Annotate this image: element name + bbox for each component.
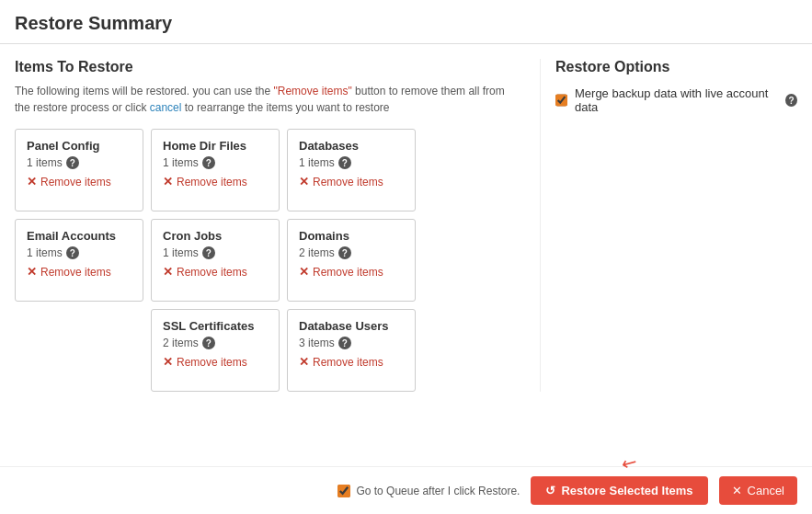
item-help-icon-cron-jobs[interactable]: ?: [202, 246, 215, 259]
remove-label-ssl-certificates: Remove items: [177, 356, 247, 369]
queue-label: Go to Queue after I click Restore.: [356, 485, 520, 497]
cancel-icon: ✕: [732, 484, 742, 497]
queue-checkbox[interactable]: [337, 485, 350, 497]
x-icon-databases: ✕: [299, 175, 309, 188]
item-count-home-dir-files: 1 items ?: [163, 156, 268, 169]
remove-label-home-dir-files: Remove items: [177, 176, 247, 188]
x-icon-email-accounts: ✕: [27, 265, 37, 279]
item-title-domains: Domains: [299, 229, 404, 243]
item-title-cron-jobs: Cron Jobs: [163, 229, 268, 243]
remove-label-cron-jobs: Remove items: [177, 266, 247, 279]
x-icon-cron-jobs: ✕: [163, 265, 173, 279]
merge-help-icon[interactable]: ?: [785, 94, 797, 107]
merge-checkbox[interactable]: [555, 94, 567, 107]
x-icon-ssl-certificates: ✕: [163, 355, 173, 369]
restore-options-section: Restore Options Merge backup data with l…: [540, 59, 797, 392]
item-count-domains: 2 items ?: [299, 246, 404, 259]
remove-btn-domains[interactable]: ✕ Remove items: [299, 265, 383, 279]
item-help-icon-panel-config[interactable]: ?: [66, 156, 79, 169]
remove-label-databases: Remove items: [313, 176, 383, 188]
item-card-databases: Databases 1 items ? ✕ Remove items: [287, 129, 416, 211]
item-card-home-dir-files: Home Dir Files 1 items ? ✕ Remove items: [151, 129, 280, 211]
page-title: Restore Summary: [0, 0, 812, 44]
remove-btn-home-dir-files[interactable]: ✕ Remove items: [163, 175, 247, 188]
restore-button-label: Restore Selected Items: [561, 484, 692, 497]
item-count-cron-jobs: 1 items ?: [163, 246, 268, 259]
item-help-icon-database-users[interactable]: ?: [338, 337, 351, 349]
item-count-database-users: 3 items ?: [299, 337, 404, 349]
merge-option-row: Merge backup data with live account data…: [555, 86, 797, 114]
cancel-link-desc[interactable]: cancel: [150, 101, 182, 114]
remove-label-database-users: Remove items: [313, 356, 383, 369]
x-icon-domains: ✕: [299, 265, 309, 279]
item-title-email-accounts: Email Accounts: [27, 229, 132, 243]
item-help-icon-domains[interactable]: ?: [338, 246, 351, 259]
item-title-panel-config: Panel Config: [27, 139, 132, 153]
item-title-home-dir-files: Home Dir Files: [163, 139, 268, 153]
cancel-button-label: Cancel: [748, 484, 784, 497]
remove-btn-email-accounts[interactable]: ✕ Remove items: [27, 265, 111, 279]
x-icon-home-dir-files: ✕: [163, 175, 173, 188]
remove-btn-ssl-certificates[interactable]: ✕ Remove items: [163, 355, 247, 369]
cancel-button[interactable]: ✕ Cancel: [719, 476, 797, 505]
item-help-icon-home-dir-files[interactable]: ?: [202, 156, 215, 169]
item-title-ssl-certificates: SSL Certificates: [163, 319, 268, 333]
item-help-icon-email-accounts[interactable]: ?: [66, 246, 79, 259]
remove-label-email-accounts: Remove items: [40, 266, 111, 279]
item-title-database-users: Database Users: [299, 319, 404, 333]
restore-icon: ↺: [545, 484, 555, 497]
item-card-domains: Domains 2 items ? ✕ Remove items: [287, 219, 416, 302]
remove-link-desc: "Remove items": [273, 85, 351, 97]
items-section: Items To Restore The following items wil…: [15, 59, 518, 392]
item-help-icon-databases[interactable]: ?: [338, 156, 351, 169]
item-count-databases: 1 items ?: [299, 156, 404, 169]
item-count-panel-config: 1 items ?: [27, 156, 132, 169]
item-title-databases: Databases: [299, 139, 404, 153]
queue-option: Go to Queue after I click Restore.: [337, 485, 520, 497]
remove-btn-database-users[interactable]: ✕ Remove items: [299, 355, 383, 369]
items-description: The following items will be restored. yo…: [15, 83, 518, 116]
restore-options-title: Restore Options: [555, 59, 797, 75]
remove-btn-databases[interactable]: ✕ Remove items: [299, 175, 383, 188]
remove-btn-panel-config[interactable]: ✕ Remove items: [27, 175, 111, 188]
item-help-icon-ssl-certificates[interactable]: ?: [202, 337, 215, 349]
x-icon-database-users: ✕: [299, 355, 309, 369]
item-card-cron-jobs: Cron Jobs 1 items ? ✕ Remove items: [151, 219, 280, 302]
remove-label-domains: Remove items: [313, 266, 383, 279]
item-count-email-accounts: 1 items ?: [27, 246, 132, 259]
item-card-ssl-certificates: SSL Certificates 2 items ? ✕ Remove item…: [151, 309, 280, 392]
bottom-bar: Go to Queue after I click Restore. ↺ Res…: [0, 466, 812, 514]
items-grid: Panel Config 1 items ? ✕ Remove items Ho…: [15, 129, 518, 392]
remove-label-panel-config: Remove items: [40, 176, 111, 188]
remove-btn-cron-jobs[interactable]: ✕ Remove items: [163, 265, 247, 279]
item-card-email-accounts: Email Accounts 1 items ? ✕ Remove items: [15, 219, 143, 302]
item-card-database-users: Database Users 3 items ? ✕ Remove items: [287, 309, 416, 392]
item-count-ssl-certificates: 2 items ?: [163, 337, 268, 349]
items-section-title: Items To Restore: [15, 59, 518, 75]
x-icon-panel-config: ✕: [27, 175, 37, 188]
restore-selected-button[interactable]: ↺ Restore Selected Items: [531, 476, 707, 505]
merge-label: Merge backup data with live account data: [575, 86, 778, 114]
item-card-panel-config: Panel Config 1 items ? ✕ Remove items: [15, 129, 143, 211]
